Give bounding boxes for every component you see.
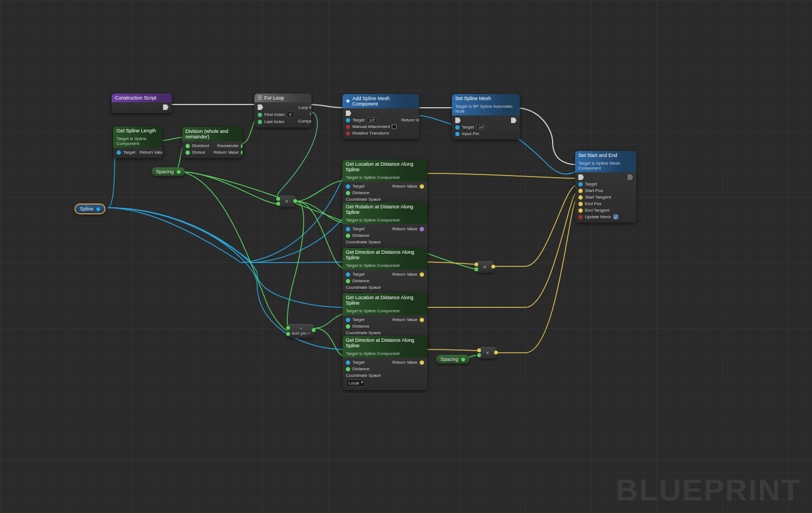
target-pin[interactable]: Targetself (346, 118, 397, 123)
node-subtitle: Target is Spline Component (346, 351, 399, 356)
distance-pin[interactable]: Distance (346, 324, 381, 329)
node-set-start-and-end[interactable]: Set Start and End Target is Spline Mesh … (575, 151, 636, 223)
node-subtitle: Target is Spline Component (346, 308, 399, 313)
node-multiply[interactable]: × (278, 195, 295, 207)
manual-attachment-pin[interactable]: Manual Attachment (346, 124, 397, 129)
return-value-pin[interactable]: Return Value (392, 317, 424, 322)
node-multiply[interactable]: × (476, 261, 494, 273)
target-pin[interactable]: Targetself (455, 125, 486, 130)
node-header: Get Spline Length Target is Spline Compo… (113, 126, 163, 148)
start-pos-pin[interactable]: Start Pos (578, 188, 618, 193)
node-subtitle: Target is Spline Component (117, 136, 159, 146)
return-value-pin[interactable]: Return Value (392, 360, 424, 365)
node-add[interactable]: + Add pin + (288, 324, 314, 338)
variable-label: Spacing (440, 357, 459, 362)
relative-transform-pin[interactable]: Relative Transform (346, 131, 397, 136)
node-header: ☰ For Loop (254, 94, 311, 102)
add-pin-label[interactable]: Add pin (292, 331, 306, 336)
last-index-pin[interactable]: Last Index (258, 119, 294, 124)
exec-out-pin[interactable] (628, 174, 633, 180)
exec-in-pin[interactable] (455, 118, 486, 123)
first-index-pin[interactable]: First Index0 (258, 112, 294, 118)
add-icon: + (300, 326, 303, 331)
node-title: Add Spline Mesh Component (352, 96, 416, 107)
target-pin[interactable]: Target (346, 317, 381, 322)
node-title: For Loop (264, 95, 284, 101)
exec-out-pin[interactable] (511, 118, 517, 123)
node-header: Set Spline Mesh Target is BP Spline Auto… (452, 94, 520, 115)
node-title: Set Start and End (578, 153, 617, 158)
watermark: BLUEPRINT (616, 472, 801, 508)
node-header: ✚ Add Spline Mesh Component (343, 94, 419, 108)
node-set-spline-mesh[interactable]: Set Spline Mesh Target is BP Spline Auto… (452, 94, 520, 139)
loop-body-pin[interactable]: Loop Body (298, 104, 311, 110)
node-header: Get Location at Distance Along Spline Ta… (343, 160, 427, 182)
coord-label: Coordinate Space (346, 197, 381, 202)
node-subtitle: Target is Spline Component (346, 263, 399, 268)
target-pin[interactable]: Target (578, 182, 618, 186)
node-multiply[interactable]: × (479, 347, 496, 359)
distance-pin[interactable]: Distance (346, 190, 381, 195)
exec-out-pin[interactable] (401, 110, 419, 116)
exec-in-pin[interactable] (578, 174, 618, 180)
target-pin[interactable]: Target (346, 272, 381, 277)
node-division[interactable]: Division (whole and remainder) Dividend … (182, 127, 242, 158)
node-header: Construction Script (112, 94, 172, 102)
node-title: Get Direction at Distance Along Spline (346, 337, 424, 348)
divisor-pin[interactable]: Divisor (185, 150, 209, 155)
target-pin[interactable]: Target (117, 150, 135, 155)
coord-label: Coordinate Space (346, 330, 381, 335)
return-value-pin[interactable]: Return Value (392, 226, 424, 231)
node-header: Get Rotation at Distance Along Spline Ta… (343, 202, 427, 224)
return-value-pin[interactable]: Return Value (140, 150, 163, 155)
distance-pin[interactable]: Distance (346, 366, 381, 371)
node-title: Get Location at Distance Along Spline (346, 161, 424, 172)
end-pos-pin[interactable]: End Pos (578, 201, 618, 206)
return-value-pin[interactable]: Return Value (213, 150, 242, 155)
variable-spacing[interactable]: Spacing (436, 355, 469, 364)
node-header: Set Start and End Target is Spline Mesh … (575, 151, 636, 172)
variable-label: Spacing (156, 169, 174, 174)
variable-label: Spline (80, 206, 94, 212)
node-title: Construction Script (115, 95, 156, 101)
node-subtitle: Target is Spline Mesh Component (578, 161, 633, 171)
exec-in-pin[interactable] (346, 110, 397, 116)
node-header: Get Location at Distance Along Spline Ta… (343, 293, 427, 315)
node-header: Division (whole and remainder) (182, 127, 242, 141)
node-title: Get Location at Distance Along Spline (346, 295, 424, 306)
dividend-pin[interactable]: Dividend (185, 143, 209, 148)
remainder-pin[interactable]: Remainder (213, 143, 242, 148)
node-subtitle: Target is BP Spline Automatic Multi (455, 104, 517, 114)
node-get-direction-at-distance[interactable]: Get Direction at Distance Along Spline T… (343, 336, 427, 390)
target-pin[interactable]: Target (346, 360, 381, 365)
return-value-pin[interactable]: Return Value (401, 118, 419, 123)
target-pin[interactable]: Target (346, 226, 381, 231)
exec-out-pin[interactable] (163, 104, 169, 110)
return-value-pin[interactable]: Return Value (392, 184, 424, 189)
coord-space-select[interactable]: Local (346, 380, 381, 387)
return-value-pin[interactable]: Return Value (392, 272, 424, 277)
exec-in-pin[interactable] (258, 104, 294, 110)
completed-pin[interactable]: Completed (298, 118, 311, 124)
variable-spacing[interactable]: Spacing (152, 167, 185, 176)
distance-pin[interactable]: Distance (346, 278, 381, 283)
end-tangent-pin[interactable]: End Tangent (578, 208, 618, 213)
coord-label: Coordinate Space (346, 373, 381, 378)
variable-spline[interactable]: Spline (74, 203, 106, 214)
node-for-loop[interactable]: ☰ For Loop First Index0 Last Index Loop … (254, 94, 311, 127)
start-tangent-pin[interactable]: Start Tangent (578, 195, 618, 200)
node-get-spline-length[interactable]: Get Spline Length Target is Spline Compo… (113, 126, 163, 158)
coord-label: Coordinate Space (346, 240, 381, 244)
node-title: Get Direction at Distance Along Spline (346, 249, 424, 260)
distance-pin[interactable]: Distance (346, 233, 381, 238)
node-subtitle: Target is Spline Component (346, 218, 399, 223)
index-pin[interactable]: Index (298, 112, 311, 116)
node-subtitle: Target is Spline Component (346, 175, 399, 180)
input-pin[interactable]: Input Pin (455, 131, 486, 136)
node-title: Get Spline Length (117, 128, 156, 133)
node-construction-script[interactable]: Construction Script (112, 94, 172, 113)
node-title: Set Spline Mesh (455, 96, 491, 101)
node-add-spline-mesh-component[interactable]: ✚ Add Spline Mesh Component Targetself M… (343, 94, 419, 139)
update-mesh-pin[interactable]: Update Mesh✓ (578, 214, 618, 219)
target-pin[interactable]: Target (346, 184, 381, 189)
